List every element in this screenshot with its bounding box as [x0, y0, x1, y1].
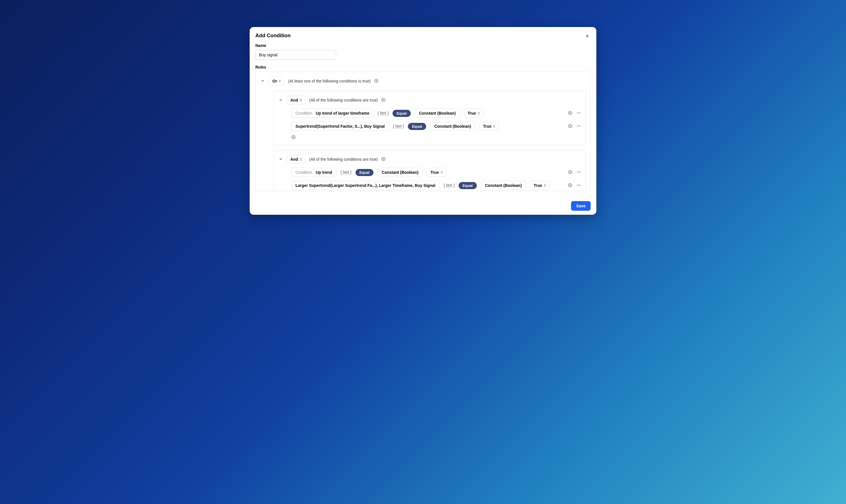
index-marker[interactable]: ( last )	[378, 111, 389, 116]
plus-circle-icon	[381, 97, 386, 103]
condition-source-chip[interactable]: Condition Up trend of larger timeframe	[291, 109, 374, 118]
sort-icon	[300, 99, 302, 102]
svg-point-23	[580, 172, 580, 172]
index-marker[interactable]: ( last )	[444, 183, 454, 188]
add-line-button[interactable]	[291, 135, 296, 140]
svg-point-11	[577, 125, 577, 126]
index-marker[interactable]: ( last )	[341, 170, 351, 175]
line-actions	[568, 124, 581, 129]
close-button[interactable]	[584, 33, 591, 40]
rhs-type-chip[interactable]: Constant (Boolean)	[415, 109, 460, 118]
chevron-down-icon	[279, 158, 283, 162]
and-group: And (All of the following conditions are…	[273, 91, 586, 145]
sort-icon	[300, 158, 302, 161]
save-button[interactable]: Save	[571, 201, 591, 211]
rhs-type-chip[interactable]: Constant (Boolean)	[481, 181, 526, 190]
condition-prefix: Condition	[295, 170, 312, 175]
and-group: And (All of the following conditions are…	[273, 150, 586, 191]
plus-circle-icon	[590, 95, 591, 101]
rhs-type-chip[interactable]: Constant (Boolean)	[430, 122, 476, 131]
collapse-toggle[interactable]	[278, 157, 283, 162]
line-add-button[interactable]	[568, 111, 572, 116]
operator-pill[interactable]: Equal	[459, 182, 477, 189]
add-condition-dialog: Add Condition Name Rules Or	[249, 27, 597, 215]
index-marker[interactable]: ( last )	[393, 124, 404, 129]
sort-icon	[544, 184, 546, 187]
operator-select[interactable]: And	[287, 155, 306, 164]
operator-pill[interactable]: Equal	[408, 123, 426, 130]
add-condition-button[interactable]	[381, 157, 386, 162]
group-add-button[interactable]	[590, 155, 591, 160]
line-add-button[interactable]	[568, 183, 572, 188]
condition-text: Larger Supertrend(Larger Supertrend Fa..…	[295, 183, 435, 188]
rhs-value-select[interactable]: True	[427, 168, 447, 177]
plus-circle-icon	[291, 135, 296, 140]
collapse-toggle[interactable]	[278, 97, 283, 103]
line-actions	[568, 170, 581, 175]
line-more-button[interactable]	[576, 111, 581, 116]
operator-select[interactable]: And	[287, 95, 306, 105]
operator-label: Or	[272, 79, 277, 83]
collapse-toggle[interactable]	[260, 78, 265, 84]
operator-pill[interactable]: Equal	[393, 110, 411, 117]
chevron-down-icon	[261, 79, 265, 84]
line-more-button[interactable]	[576, 124, 581, 129]
plus-circle-icon	[568, 170, 572, 175]
line-more-button[interactable]	[576, 170, 581, 175]
svg-point-21	[577, 172, 577, 172]
sort-icon	[279, 79, 281, 83]
rhs-type-text: Constant (Boolean)	[382, 170, 418, 175]
name-label: Name	[255, 43, 591, 48]
group-header: And (All of the following conditions are…	[278, 155, 581, 164]
group-hint: (All of the following conditions are tru…	[309, 98, 378, 102]
operator-select[interactable]: Or	[269, 76, 284, 86]
rhs-value-select[interactable]: True	[479, 122, 499, 131]
rhs-type-text: Constant (Boolean)	[419, 111, 456, 115]
sort-icon	[493, 125, 495, 128]
condition-line: Larger Supertrend(Larger Supertrend Fa..…	[291, 181, 581, 190]
dialog-title: Add Condition	[255, 33, 291, 39]
condition-source-chip[interactable]: Condition Up trend	[291, 168, 336, 177]
add-condition-below	[291, 135, 581, 141]
plus-circle-icon	[590, 155, 591, 160]
condition-line: Supertrend(Supertrend Factor, S...), Buy…	[291, 122, 581, 131]
plus-circle-icon	[374, 78, 379, 84]
sort-icon	[478, 112, 480, 115]
group-actions	[590, 155, 591, 160]
condition-line: Condition Up trend ( last ) Equal Consta…	[291, 168, 581, 177]
line-actions	[568, 111, 581, 116]
root-group-row: Or (At least one of the following condit…	[260, 76, 586, 86]
line-add-button[interactable]	[568, 170, 572, 175]
more-horizontal-icon	[576, 111, 581, 116]
condition-line: Condition Up trend of larger timeframe (…	[291, 109, 581, 118]
rhs-type-text: Constant (Boolean)	[485, 183, 522, 188]
more-horizontal-icon	[576, 170, 581, 175]
rhs-value-select[interactable]: True	[464, 109, 484, 118]
line-actions	[568, 183, 581, 188]
svg-point-7	[577, 112, 577, 113]
group-add-button[interactable]	[590, 95, 591, 101]
plus-circle-icon	[568, 124, 572, 129]
operator-label: And	[290, 157, 298, 162]
condition-text: Up trend of larger timeframe	[316, 111, 369, 115]
operator-pill[interactable]: Equal	[356, 169, 374, 176]
line-more-button[interactable]	[576, 183, 581, 188]
dialog-body: Name Rules Or (At least one of t	[249, 40, 597, 197]
group-actions	[590, 95, 591, 101]
dialog-header: Add Condition	[249, 27, 597, 40]
rules-label: Rules	[255, 65, 591, 69]
rhs-type-chip[interactable]: Constant (Boolean)	[378, 168, 423, 177]
add-group-button[interactable]	[374, 78, 379, 84]
plus-circle-icon	[568, 111, 572, 116]
rhs-value-select[interactable]: True	[530, 181, 550, 190]
sort-icon	[441, 171, 443, 174]
more-horizontal-icon	[576, 124, 581, 129]
name-input[interactable]	[255, 50, 336, 60]
condition-source-chip[interactable]: Supertrend(Supertrend Factor, S...), Buy…	[291, 122, 389, 131]
line-add-button[interactable]	[568, 124, 572, 129]
svg-point-13	[580, 125, 580, 126]
group-hint: (At least one of the following condition…	[288, 79, 370, 83]
condition-source-chip[interactable]: Larger Supertrend(Larger Supertrend Fa..…	[291, 181, 439, 190]
add-condition-button[interactable]	[381, 97, 386, 103]
condition-text: Supertrend(Supertrend Factor, S...), Buy…	[295, 124, 385, 129]
